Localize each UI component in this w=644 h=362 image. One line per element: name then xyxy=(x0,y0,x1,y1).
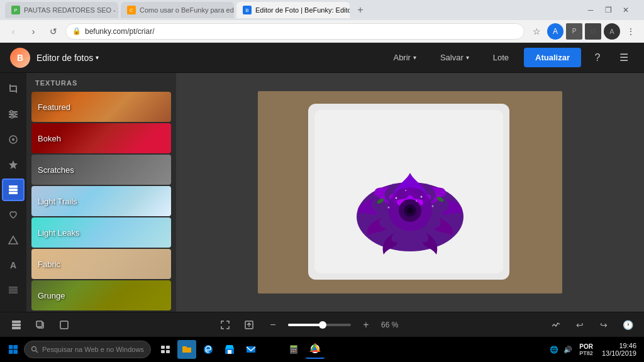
profile-icon[interactable]: A xyxy=(547,23,564,40)
svg-rect-2 xyxy=(16,87,17,93)
texture-light-leaks[interactable]: Light Leaks xyxy=(31,217,171,248)
svg-point-30 xyxy=(421,196,423,198)
taskbar-search-text: Pesquisar na Web e no Windows xyxy=(42,346,144,353)
duplicate-button[interactable] xyxy=(31,316,49,334)
tab-2[interactable]: C Como usar o BeFunky para edita... ✕ xyxy=(121,2,234,18)
save-button[interactable]: Salvar ▾ xyxy=(431,49,478,66)
texture-scratches[interactable]: Scratches xyxy=(31,155,171,185)
zoom-slider[interactable] xyxy=(288,324,351,326)
zoom-slider-container xyxy=(288,324,351,326)
svg-rect-15 xyxy=(9,192,18,194)
adjust-tool-button[interactable] xyxy=(2,103,25,126)
store-icon[interactable] xyxy=(220,340,239,359)
toolbar-actions: ☆ A P ⊡ A ⋮ xyxy=(528,23,639,40)
address-text: befunky.com/pt/criar/ xyxy=(85,27,154,36)
star-button[interactable] xyxy=(2,153,25,176)
taskbar-search[interactable]: Pesquisar na Web e no Windows xyxy=(24,341,151,358)
edge-icon[interactable] xyxy=(199,340,218,359)
extension-icon-1[interactable]: P xyxy=(566,23,582,40)
layers-tool-button[interactable] xyxy=(2,178,25,201)
svg-rect-14 xyxy=(9,189,18,191)
svg-point-63 xyxy=(293,349,294,350)
texture-fabric[interactable]: Fabric xyxy=(31,249,171,279)
heart-button[interactable] xyxy=(2,204,25,226)
svg-rect-38 xyxy=(12,324,21,326)
texture-light-leaks-label: Light Leaks xyxy=(38,228,80,238)
extension-icon-3[interactable]: A xyxy=(604,23,620,40)
taskbar-clock: 19:46 13/10/2019 xyxy=(598,342,640,357)
svg-line-50 xyxy=(36,351,38,353)
effects-tool-button[interactable] xyxy=(2,128,25,151)
save-label: Salvar xyxy=(440,53,464,62)
extension-icon-2[interactable]: ⊡ xyxy=(585,23,601,40)
redo-button[interactable]: ↪ xyxy=(595,316,613,334)
texture-icon xyxy=(8,285,19,296)
export-icon-2 xyxy=(551,320,561,330)
tab-1[interactable]: P PAUTAS REDATORES SEO - 2019 - ✕ xyxy=(5,2,118,18)
layers-bottom-button[interactable] xyxy=(8,316,25,334)
menu-icon-button[interactable]: ☰ xyxy=(614,48,634,68)
svg-rect-46 xyxy=(14,345,18,349)
svg-point-59 xyxy=(270,348,274,351)
close-window-button[interactable]: ✕ xyxy=(618,2,634,18)
resize-icon xyxy=(220,320,230,330)
svg-point-62 xyxy=(291,349,292,350)
tab-3[interactable]: B Editor de Foto | BeFunky: Editor... ✕ xyxy=(236,2,350,18)
canvas-icon xyxy=(59,320,69,330)
zoom-thumb[interactable] xyxy=(319,321,326,329)
windows-start-button[interactable] xyxy=(4,340,23,359)
back-button[interactable]: ‹ xyxy=(5,23,21,40)
help-button[interactable]: ? xyxy=(587,48,608,68)
svg-rect-41 xyxy=(36,321,42,327)
undo-button[interactable]: ↩ xyxy=(571,316,589,334)
taskview-button[interactable] xyxy=(156,340,175,359)
export-button[interactable] xyxy=(240,316,258,334)
update-button[interactable]: Atualizar xyxy=(524,48,581,67)
zoom-label: 66 % xyxy=(381,321,404,329)
crop-tool-button[interactable] xyxy=(2,78,25,101)
texture-light-trails[interactable]: Light Trails xyxy=(31,186,171,216)
export-btn-2[interactable] xyxy=(547,316,565,334)
address-bar[interactable]: 🔒 befunky.com/pt/criar/ xyxy=(65,23,525,40)
resize-button[interactable] xyxy=(216,316,234,334)
batch-label: Lote xyxy=(493,53,509,62)
chrome-icon[interactable] xyxy=(306,340,325,359)
svg-rect-42 xyxy=(60,321,68,329)
svg-rect-58 xyxy=(247,346,255,353)
svg-rect-54 xyxy=(166,350,170,353)
shapes-button[interactable] xyxy=(2,229,25,251)
zoom-out-button[interactable]: − xyxy=(264,316,282,334)
canvas-button[interactable] xyxy=(55,316,73,334)
batch-button[interactable]: Lote xyxy=(484,49,518,66)
mail-icon[interactable] xyxy=(242,340,260,359)
chrome-svg-icon xyxy=(309,343,321,354)
edge-svg-icon xyxy=(203,344,214,355)
minimize-button[interactable]: ─ xyxy=(582,2,599,18)
texture-grunge[interactable]: Grunge xyxy=(31,280,171,310)
calculator-icon[interactable] xyxy=(284,340,303,359)
new-tab-button[interactable]: + xyxy=(352,2,369,18)
texture-tool-button[interactable] xyxy=(2,279,25,302)
file-explorer-icon[interactable] xyxy=(177,340,196,359)
maximize-button[interactable]: ❐ xyxy=(600,2,616,18)
text-tool-button[interactable]: A xyxy=(2,254,25,277)
tab-2-label: Como usar o BeFunky para edita... xyxy=(140,6,234,14)
settings-icon[interactable] xyxy=(263,340,282,359)
taskview-icon xyxy=(160,344,170,354)
open-chevron: ▾ xyxy=(413,54,416,61)
texture-bokeh[interactable]: Bokeh xyxy=(31,123,171,153)
bottom-toolbar: − + 66 % ↩ ↪ 🕐 xyxy=(0,312,644,337)
texture-featured[interactable]: Featured xyxy=(31,92,171,122)
zoom-in-button[interactable]: + xyxy=(357,316,375,334)
taskbar-lang: POR PT82 xyxy=(577,342,596,358)
history-button[interactable]: 🕐 xyxy=(619,316,636,334)
volume-icon: 🔊 xyxy=(562,344,574,355)
forward-button[interactable]: › xyxy=(25,23,42,40)
refresh-button[interactable]: ↺ xyxy=(45,23,62,40)
open-button[interactable]: Abrir ▾ xyxy=(384,49,425,66)
app-title-button[interactable]: Editor de fotos ▾ xyxy=(36,53,99,63)
succulent-photo xyxy=(258,91,562,293)
menu-button[interactable]: ⋮ xyxy=(623,23,639,40)
svg-point-34 xyxy=(432,206,434,207)
bookmark-icon[interactable]: ☆ xyxy=(528,23,545,40)
